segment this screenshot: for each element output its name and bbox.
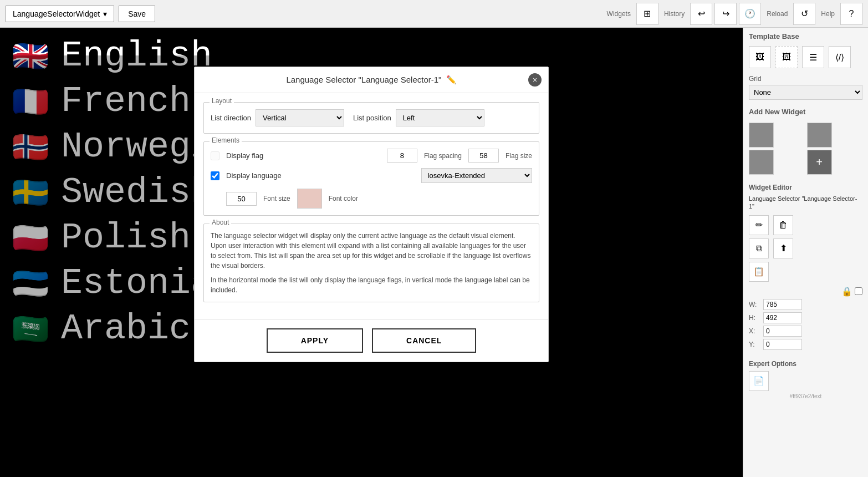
widget-selector-label: LanguageSelectorWidget <box>13 9 100 18</box>
help-label: Help <box>818 9 838 19</box>
font-color-label: Font color <box>329 195 358 202</box>
font-props-row: Font size Font color <box>211 189 532 209</box>
undo-button[interactable]: ↩ <box>690 3 712 25</box>
width-field-row: W: <box>749 299 862 310</box>
reload-label: Reload <box>763 9 791 19</box>
grid-section: Grid None Small Medium Large <box>743 72 868 103</box>
lock-checkbox[interactable] <box>855 287 862 295</box>
redo-button[interactable]: ↪ <box>714 3 737 25</box>
widget-dimensions: 🔒 W: H: X: Y: <box>749 286 862 350</box>
modal-body: Layout List direction Vertical Horizonta… <box>195 93 548 319</box>
width-input[interactable] <box>763 299 802 310</box>
help-button[interactable]: ? <box>840 3 862 25</box>
list-direction-field: List direction Vertical Horizontal <box>211 109 344 126</box>
list-position-field: List position Left Center Right <box>353 109 484 126</box>
x-label: X: <box>749 327 760 335</box>
cancel-button[interactable]: CANCEL <box>372 328 476 353</box>
grid-select[interactable]: None Small Medium Large <box>749 85 862 100</box>
layout-section: Layout List direction Vertical Horizonta… <box>203 102 539 134</box>
add-widget-cell-3 <box>749 150 774 175</box>
widget-selector-button[interactable]: LanguageSelectorWidget ▾ <box>6 6 114 22</box>
flag-spacing-input[interactable] <box>387 149 417 163</box>
height-input[interactable] <box>763 312 802 323</box>
add-widget-cell-1 <box>749 123 774 148</box>
template-base-title: Template Base <box>743 28 868 43</box>
flag-size-label: Flag size <box>506 152 532 160</box>
modal-footer: APPLY CANCEL <box>195 319 548 362</box>
add-widget-cell-2 <box>807 123 832 148</box>
edit-icon[interactable]: ✏️ <box>446 75 457 84</box>
widgets-label: Widgets <box>604 9 634 19</box>
add-new-widget-title: Add New Widget <box>743 103 868 118</box>
display-flag-checkbox[interactable] <box>211 151 219 160</box>
export-widget-btn[interactable]: ⬆ <box>773 238 793 258</box>
toolbar-right-actions: Widgets ⊞ History ↩ ↪ 🕐 Reload ↺ Help ? <box>604 3 862 25</box>
add-widget-area: + <box>743 118 868 179</box>
list-position-label: List position <box>353 114 391 122</box>
about-legend: About <box>210 219 231 226</box>
delete-widget-btn[interactable]: 🗑 <box>773 215 793 235</box>
template-base-icons: 🖼 🖼 ☰ ⟨/⟩ <box>743 43 868 72</box>
x-field-row: X: <box>749 326 862 337</box>
expert-options-title: Expert Options <box>743 357 868 371</box>
display-language-checkbox[interactable] <box>211 171 219 180</box>
edit-widget-btn[interactable]: ✏ <box>749 215 769 235</box>
history-label: History <box>661 9 688 19</box>
list-direction-label: List direction <box>211 114 251 122</box>
font-family-select[interactable]: Iosevka-Extended Arial Helvetica <box>421 168 532 183</box>
lock-icon: 🔒 <box>841 286 852 297</box>
y-field-row: Y: <box>749 339 862 350</box>
chevron-down-icon: ▾ <box>103 9 107 18</box>
y-input[interactable] <box>763 339 802 350</box>
expert-options-btn[interactable]: 📄 <box>749 371 769 391</box>
modal-overlay: Language Selector "Language Selector-1" … <box>0 55 743 477</box>
template-code-btn[interactable]: ⟨/⟩ <box>829 46 851 68</box>
font-size-input[interactable] <box>226 192 257 206</box>
height-field-row: H: <box>749 312 862 323</box>
w-label: W: <box>749 301 760 308</box>
flag-spacing-label: Flag spacing <box>424 152 462 160</box>
widget-editor-name: Language Selector "Language Selector-1" <box>749 195 862 211</box>
widget-editor-icons-row2: ⧉ ⬆ <box>749 238 862 258</box>
widget-editor-section: Widget Editor Language Selector "Languag… <box>743 179 868 357</box>
layout-legend: Layout <box>210 97 234 105</box>
x-input[interactable] <box>763 326 802 337</box>
language-selector-modal: Language Selector "Language Selector-1" … <box>194 67 549 362</box>
widget-editor-icons-row3: 📋 <box>749 262 862 282</box>
grid-label: Grid <box>749 75 862 83</box>
display-flag-label: Display flag <box>226 151 380 160</box>
font-size-label: Font size <box>263 195 290 202</box>
add-widget-grid: + <box>749 123 862 175</box>
bottom-text: #ff937e2/text <box>743 391 868 402</box>
elements-section: Elements Display flag Flag spacing Flag … <box>203 141 539 216</box>
top-toolbar: LanguageSelectorWidget ▾ Save Widgets ⊞ … <box>0 0 868 28</box>
widgets-icon-btn[interactable]: ⊞ <box>636 3 658 25</box>
reload-button[interactable]: ↺ <box>793 3 815 25</box>
y-label: Y: <box>749 341 760 348</box>
about-section: About The language selector widget will … <box>203 224 539 302</box>
modal-title: Language Selector "Language Selector-1" … <box>286 75 456 85</box>
duplicate-widget-btn[interactable]: ⧉ <box>749 238 769 258</box>
add-widget-plus[interactable]: + <box>807 150 832 175</box>
template-image-dashed-btn[interactable]: 🖼 <box>775 46 798 68</box>
apply-button[interactable]: APPLY <box>267 328 363 353</box>
flag-size-input[interactable] <box>468 149 499 163</box>
list-direction-select[interactable]: Vertical Horizontal <box>256 109 344 126</box>
display-language-label: Display language <box>226 171 415 180</box>
about-text-2: In the horizontal mode the list will onl… <box>211 275 532 295</box>
list-position-select[interactable]: Left Center Right <box>396 109 484 126</box>
save-button[interactable]: Save <box>119 6 155 22</box>
h-label: H: <box>749 314 760 322</box>
font-color-swatch[interactable] <box>297 189 322 209</box>
template-list-btn[interactable]: ☰ <box>802 46 824 68</box>
display-flag-row: Display flag Flag spacing Flag size <box>211 149 532 163</box>
about-text-1: The language selector widget will displa… <box>211 231 532 271</box>
history-button[interactable]: 🕐 <box>739 3 761 25</box>
right-sidebar: Template Base 🖼 🖼 ☰ ⟨/⟩ Grid None Small … <box>743 28 868 477</box>
display-language-row: Display language Iosevka-Extended Arial … <box>211 168 532 183</box>
lock-row: 🔒 <box>749 286 862 297</box>
canvas-area: 🇬🇧 English 🇫🇷 French 🇳🇴 Norwegian 🇸🇪 Swe… <box>0 28 743 477</box>
template-image-btn[interactable]: 🖼 <box>749 46 771 68</box>
modal-close-button[interactable]: × <box>528 73 542 87</box>
copy-widget-btn[interactable]: 📋 <box>749 262 769 282</box>
